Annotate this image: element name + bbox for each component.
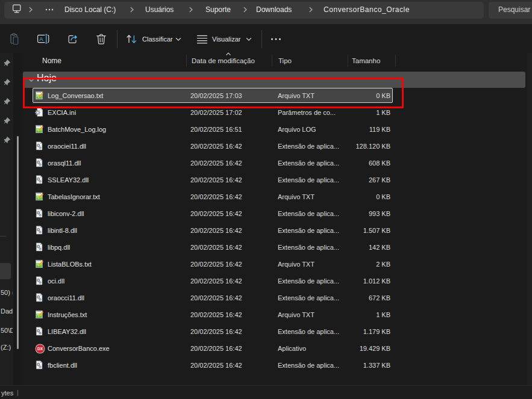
svg-text:DX: DX — [37, 347, 43, 351]
svg-text:A: A — [39, 36, 43, 42]
